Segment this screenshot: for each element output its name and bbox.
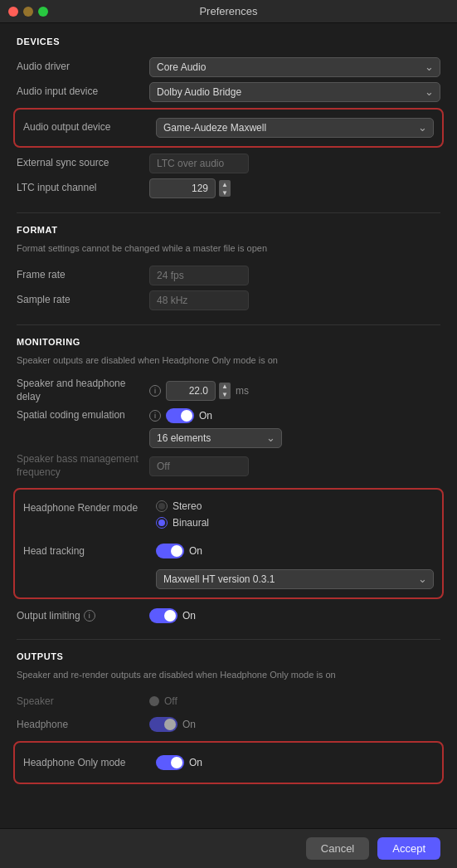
spatial-coding-knob: [181, 410, 192, 422]
window-title: Preferences: [199, 5, 257, 17]
output-limiting-info-icon[interactable]: i: [84, 610, 95, 622]
render-binaural-radio[interactable]: [156, 517, 168, 529]
headphone-render-radio-group: Stereo Binaural: [156, 500, 209, 529]
delay-label-text: Speaker and headphone delay: [17, 378, 149, 403]
speaker-output-row: Speaker Off: [17, 690, 440, 713]
head-tracking-dropdown-wrapper: Maxwell HT version 0.3.1: [23, 569, 434, 589]
ltc-channel-input[interactable]: [149, 178, 216, 198]
ht-version-select-wrapper: Maxwell HT version 0.3.1: [156, 569, 434, 589]
spatial-coding-label-text: Spatial coding emulation: [17, 409, 125, 421]
speaker-bass-control: [149, 456, 440, 476]
spatial-elements-select[interactable]: 16 elements: [149, 428, 282, 448]
audio-driver-select[interactable]: Core Audio: [149, 57, 440, 77]
headphone-only-toggle-label: On: [189, 757, 202, 768]
format-subtitle: Format settings cannot be changed while …: [17, 243, 440, 253]
maximize-button[interactable]: [38, 7, 48, 17]
devices-divider: [17, 212, 440, 213]
delay-input[interactable]: [166, 381, 216, 401]
head-tracking-control: On: [156, 544, 434, 558]
spatial-coding-control: i On: [149, 408, 440, 423]
output-limiting-toggle[interactable]: [149, 608, 177, 623]
headphone-render-control: Stereo Binaural: [156, 500, 434, 529]
title-bar: Preferences: [0, 0, 457, 23]
head-tracking-knob: [171, 545, 182, 557]
audio-driver-row: Audio driver Core Audio: [17, 55, 440, 80]
output-limiting-row: Output limiting i On: [17, 604, 440, 627]
audio-driver-control: Core Audio: [149, 57, 440, 77]
audio-input-row: Audio input device Dolby Audio Bridge: [17, 80, 440, 105]
outputs-subtitle: Speaker and re-render outputs are disabl…: [17, 670, 440, 680]
headphone-output-label: Headphone: [17, 719, 149, 732]
spatial-coding-toggle[interactable]: [166, 408, 194, 423]
output-limiting-toggle-label: On: [182, 610, 196, 622]
monitoring-section-title: MONITORING: [17, 337, 440, 347]
frame-rate-label: Frame rate: [17, 269, 149, 282]
spatial-coding-toggle-label: On: [199, 410, 212, 422]
render-stereo-item[interactable]: Stereo: [156, 500, 209, 512]
footer-spacer: [17, 788, 440, 828]
headphone-output-control: On: [149, 717, 440, 732]
spatial-coding-row: Spatial coding emulation i On 16 element…: [17, 406, 440, 451]
headphone-output-knob: [164, 719, 176, 730]
render-binaural-item[interactable]: Binaural: [156, 517, 209, 529]
headphone-output-toggle[interactable]: [149, 717, 177, 732]
output-limiting-knob: [164, 610, 176, 622]
ltc-channel-row: LTC input channel ▲ ▼: [17, 176, 440, 201]
headphone-only-control: On: [156, 755, 434, 770]
render-stereo-radio[interactable]: [156, 500, 168, 512]
delay-label: Speaker and headphone delay: [17, 378, 149, 403]
speaker-output-label: Speaker: [17, 695, 149, 709]
render-stereo-label: Stereo: [173, 500, 202, 512]
delay-info-icon[interactable]: i: [149, 385, 161, 397]
spatial-coding-dropdown-wrapper: 16 elements: [17, 428, 440, 448]
headphone-only-inner-row: Headphone Only mode On: [23, 751, 434, 774]
delay-unit: ms: [236, 385, 249, 397]
headphone-render-label: Headphone Render mode: [23, 500, 156, 515]
spatial-info-icon[interactable]: i: [149, 410, 161, 422]
delay-increment-button[interactable]: ▲: [219, 383, 231, 391]
head-tracking-toggle-label: On: [189, 545, 202, 557]
output-limiting-control: On: [149, 608, 440, 623]
headphone-only-row: Headphone Only mode On: [13, 741, 444, 784]
monitoring-divider: [17, 639, 440, 640]
minimize-button[interactable]: [23, 7, 33, 17]
external-sync-label: External sync source: [17, 157, 149, 170]
close-button[interactable]: [8, 7, 18, 17]
ht-version-select[interactable]: Maxwell HT version 0.3.1: [156, 569, 434, 589]
delay-spinner: ▲ ▼: [166, 381, 231, 401]
head-tracking-toggle[interactable]: [156, 544, 184, 558]
headphone-output-toggle-label: On: [182, 719, 196, 730]
devices-section-title: DEVICES: [17, 37, 440, 46]
ltc-increment-button[interactable]: ▲: [219, 180, 231, 188]
render-binaural-label: Binaural: [173, 517, 209, 529]
monitoring-subtitle: Speaker outputs are disabled when Headph…: [17, 355, 440, 365]
delay-decrement-button[interactable]: ▼: [219, 391, 231, 399]
frame-rate-control: [149, 266, 440, 285]
speaker-bass-row: Speaker bass management frequency: [17, 451, 440, 481]
speaker-bass-value: [149, 456, 249, 476]
cancel-button[interactable]: Cancel: [306, 837, 369, 860]
delay-control: i ▲ ▼ ms: [149, 381, 440, 401]
headphone-only-toggle[interactable]: [156, 755, 184, 770]
external-sync-row: External sync source: [17, 151, 440, 176]
ltc-decrement-button[interactable]: ▼: [219, 188, 231, 197]
audio-input-select[interactable]: Dolby Audio Bridge: [149, 82, 440, 102]
format-section-title: FORMAT: [17, 225, 440, 235]
output-limiting-label: Output limiting i: [17, 610, 149, 623]
footer: Cancel Accept: [0, 828, 457, 868]
outputs-section-title: OUTPUTS: [17, 651, 440, 661]
ltc-channel-label: LTC input channel: [17, 182, 149, 195]
delay-row: Speaker and headphone delay i ▲ ▼ ms: [17, 375, 440, 406]
speaker-indicator-dot: [149, 696, 159, 706]
audio-output-control: Game-Audeze Maxwell: [156, 118, 434, 138]
head-tracking-label: Head tracking: [23, 545, 156, 558]
format-divider: [17, 324, 440, 325]
sample-rate-value: [149, 290, 249, 310]
audio-output-select-wrapper: Game-Audeze Maxwell: [156, 118, 434, 138]
sample-rate-label: Sample rate: [17, 294, 149, 307]
audio-output-select[interactable]: Game-Audeze Maxwell: [156, 118, 434, 138]
accept-button[interactable]: Accept: [377, 837, 440, 860]
audio-output-row: Audio output device Game-Audeze Maxwell: [13, 108, 444, 148]
frame-rate-row: Frame rate: [17, 263, 440, 288]
head-tracking-row: Head tracking On: [23, 539, 434, 563]
